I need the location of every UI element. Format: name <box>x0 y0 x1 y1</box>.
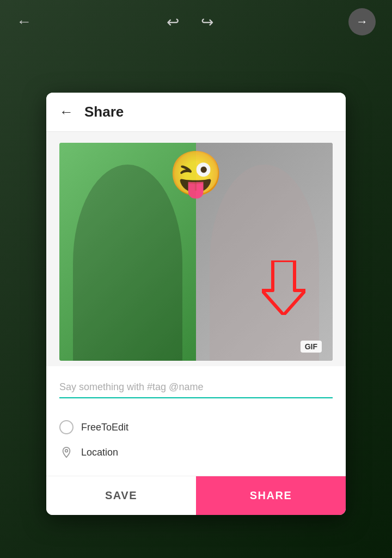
location-icon <box>59 445 74 459</box>
forward-arrow-icon: → <box>356 15 368 29</box>
svg-point-1 <box>65 450 68 452</box>
location-option[interactable]: Location <box>59 440 333 465</box>
free-to-edit-option[interactable]: FreeToEdit <box>59 415 333 440</box>
undo-icon[interactable]: ↩ <box>167 13 179 31</box>
modal-title: Share <box>84 104 124 120</box>
modal-actions: SAVE SHARE <box>46 476 346 515</box>
face-sticker: 😜 <box>169 148 223 199</box>
image-container: 😜 GIF <box>46 132 346 366</box>
share-button[interactable]: SHARE <box>196 476 346 515</box>
top-bar-forward-button[interactable]: → <box>348 8 376 35</box>
caption-form <box>46 366 346 409</box>
redo-icon[interactable]: ↪ <box>201 13 213 31</box>
options-area: FreeToEdit Location <box>46 409 346 476</box>
top-bar-controls: ↩ ↪ <box>167 13 213 31</box>
share-modal: ← Share 😜 <box>46 93 346 515</box>
caption-input[interactable] <box>59 377 333 398</box>
free-to-edit-label: FreeToEdit <box>81 422 128 433</box>
location-label: Location <box>81 447 118 458</box>
modal-header: ← Share <box>46 93 346 132</box>
person-silhouette-left <box>73 165 182 361</box>
top-bar-back-button[interactable]: ← <box>16 13 32 31</box>
photo-collage: 😜 GIF <box>59 143 333 361</box>
svg-marker-0 <box>262 260 305 315</box>
gif-badge: GIF <box>301 341 322 353</box>
preview-image: 😜 GIF <box>59 143 333 361</box>
radio-button-free-to-edit[interactable] <box>59 420 74 434</box>
red-arrow-overlay <box>262 260 305 317</box>
top-bar: ← ↩ ↪ → <box>0 0 392 44</box>
modal-back-button[interactable]: ← <box>59 104 74 120</box>
save-button[interactable]: SAVE <box>46 476 196 515</box>
